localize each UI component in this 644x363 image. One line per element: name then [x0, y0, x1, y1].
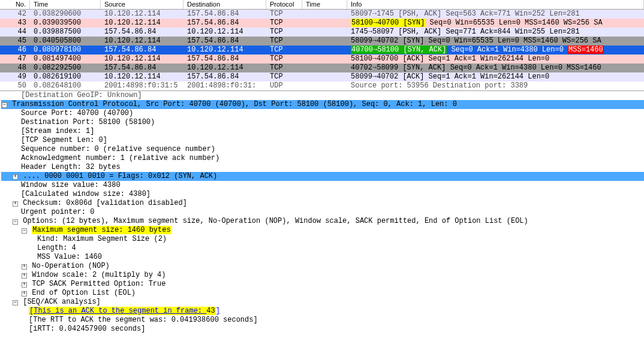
packet-cell: 157.54.86.84 [101, 63, 183, 72]
tree-line[interactable]: [Destination GeoIP: Unknown] [1, 91, 644, 100]
tree-seglen[interactable]: [TCP Segment Len: 0] [1, 136, 644, 145]
packet-cell: 2001:4898:f0:31: [183, 81, 266, 90]
expand-icon[interactable]: + [22, 273, 27, 279]
collapse-icon[interactable]: − [2, 102, 7, 108]
packet-row[interactable]: 420.03829060010.120.12.114157.54.86.84TC… [0, 10, 644, 19]
tree-mss-len[interactable]: Length: 4 [1, 244, 644, 253]
tree-mss-kind[interactable]: Kind: Maximum Segment Size (2) [1, 235, 644, 244]
expand-icon[interactable]: + [13, 174, 18, 180]
packet-cell: 10.120.12.114 [101, 37, 183, 46]
col-header-protocol[interactable]: Protocol [266, 0, 302, 9]
packet-cell: 0.080978100 [30, 46, 101, 55]
tree-dstport[interactable]: Destination Port: 58100 (58100) [1, 118, 644, 127]
packet-cell: 0.082619100 [30, 72, 101, 81]
tree-hdrlen[interactable]: Header Length: 32 bytes [1, 163, 644, 172]
packet-row[interactable]: 490.08261910010.120.12.114157.54.86.84TC… [0, 72, 644, 81]
tree-rtt[interactable]: [The RTT to ACK the segment was: 0.04193… [1, 316, 644, 325]
packet-info: Source port: 53956 Destination port: 338… [347, 81, 644, 90]
expand-icon[interactable]: + [22, 282, 27, 288]
packet-cell [302, 63, 347, 72]
packet-cell [302, 55, 347, 63]
expand-icon[interactable]: + [22, 291, 27, 297]
packet-cell: 157.54.86.84 [101, 28, 183, 37]
packet-cell: 0.082292500 [30, 63, 101, 72]
tree-ackframe[interactable]: [This is an ACK to the segment in frame:… [1, 307, 644, 316]
packet-cell [302, 46, 347, 55]
packet-cell: 0.039039500 [30, 19, 101, 28]
packet-cell: 10.120.12.114 [101, 10, 183, 19]
packet-cell [302, 10, 347, 19]
packet-row[interactable]: 460.080978100157.54.86.8410.120.12.114TC… [0, 46, 644, 55]
expand-icon[interactable]: + [22, 264, 27, 270]
packet-row[interactable]: 450.04050580010.120.12.114157.54.86.84TC… [0, 37, 644, 46]
col-header-time[interactable]: Time [30, 0, 101, 9]
expand-icon[interactable]: + [13, 201, 18, 207]
packet-cell: 48 [0, 63, 30, 72]
collapse-icon[interactable]: − [13, 300, 18, 305]
packet-cell: 0.081497400 [30, 55, 101, 63]
tree-winsize[interactable]: Window size value: 4380 [1, 181, 644, 190]
col-header-info[interactable]: Info [347, 0, 644, 9]
packet-detail-pane: [Destination GeoIP: Unknown] − Transmiss… [0, 91, 644, 355]
packet-cell: 0.038290600 [30, 10, 101, 19]
packet-cell: 49 [0, 72, 30, 81]
packet-cell: 50 [0, 81, 30, 90]
packet-cell: TCP [266, 72, 302, 81]
packet-cell: 43 [0, 19, 30, 28]
col-header-no[interactable]: No. [0, 0, 30, 9]
col-header-time2[interactable]: Time [302, 0, 347, 9]
tree-calcwin[interactable]: [Calculated window size: 4380] [1, 190, 644, 199]
packet-cell: 2001:4898:f0:31:5 [101, 81, 183, 90]
packet-cell: 10.120.12.114 [101, 55, 183, 63]
packet-rows: 420.03829060010.120.12.114157.54.86.84TC… [0, 10, 644, 90]
packet-row[interactable]: 470.08149740010.120.12.114157.54.86.84TC… [0, 55, 644, 63]
packet-info: 58099→40702 [ACK] Seq=1 Ack=1 Win=262144… [347, 72, 644, 81]
packet-cell: 157.54.86.84 [183, 55, 266, 63]
packet-cell: 10.120.12.114 [183, 63, 266, 72]
tree-nop[interactable]: + No-Operation (NOP) [1, 262, 644, 271]
packet-info: 58100→40700 [ACK] Seq=1 Ack=1 Win=262144… [347, 55, 644, 63]
tree-urgent[interactable]: Urgent pointer: 0 [1, 208, 644, 217]
packet-cell: 10.120.12.114 [101, 19, 183, 28]
packet-cell: TCP [266, 55, 302, 63]
packet-cell: 44 [0, 28, 30, 37]
packet-row[interactable]: 430.03903950010.120.12.114157.54.86.84TC… [0, 19, 644, 28]
tree-mss[interactable]: − Maximum segment size: 1460 bytes [1, 226, 644, 235]
packet-row[interactable]: 500.0826481002001:4898:f0:31:52001:4898:… [0, 81, 644, 90]
tree-checksum[interactable]: + Checksum: 0x806d [validation disabled] [1, 199, 644, 208]
packet-row[interactable]: 440.039887500157.54.86.8410.120.12.114TC… [0, 28, 644, 37]
collapse-icon[interactable]: − [22, 228, 27, 234]
packet-cell: 157.54.86.84 [183, 72, 266, 81]
packet-cell: UDP [266, 81, 302, 90]
packet-cell: TCP [266, 10, 302, 19]
packet-info: 58099→40702 [SYN] Seq=0 Win=65535 Len=0 … [347, 37, 644, 46]
tree-ws[interactable]: + Window scale: 2 (multiply by 4) [1, 271, 644, 280]
packet-cell: TCP [266, 63, 302, 72]
packet-cell: TCP [266, 19, 302, 28]
packet-cell: 157.54.86.84 [101, 46, 183, 55]
tree-acknum[interactable]: Acknowledgment number: 1 (relative ack n… [1, 154, 644, 163]
packet-cell: 42 [0, 10, 30, 19]
packet-cell: 46 [0, 46, 30, 55]
tree-seqnum[interactable]: Sequence number: 0 (relative sequence nu… [1, 145, 644, 154]
packet-row[interactable]: 480.082292500157.54.86.8410.120.12.114TC… [0, 63, 644, 72]
collapse-icon[interactable]: − [13, 219, 18, 225]
tree-tcp-header[interactable]: − Transmission Control Protocol, Src Por… [1, 100, 644, 109]
packet-cell: 157.54.86.84 [183, 10, 266, 19]
tree-eol[interactable]: + End of Option List (EOL) [1, 289, 644, 298]
tree-flags[interactable]: + .... 0000 0001 0010 = Flags: 0x012 (SY… [1, 172, 644, 181]
tree-mss-val[interactable]: MSS Value: 1460 [1, 253, 644, 262]
tree-seqack[interactable]: − [SEQ/ACK analysis] [1, 298, 644, 307]
packet-cell: TCP [266, 46, 302, 55]
col-header-destination[interactable]: Destination [183, 0, 266, 9]
packet-cell: 0.039887500 [30, 28, 101, 37]
tree-options[interactable]: − Options: (12 bytes), Maximum segment s… [1, 217, 644, 226]
packet-cell: 157.54.86.84 [183, 19, 266, 28]
tree-stream[interactable]: [Stream index: 1] [1, 127, 644, 136]
tree-srcport[interactable]: Source Port: 40700 (40700) [1, 109, 644, 118]
packet-cell: 0.082648100 [30, 81, 101, 90]
packet-info: 58100→40700 [SYN] Seq=0 Win=65535 Len=0 … [347, 19, 644, 28]
tree-sack[interactable]: + TCP SACK Permitted Option: True [1, 280, 644, 289]
col-header-source[interactable]: Source [101, 0, 183, 9]
tree-irtt[interactable]: [iRTT: 0.042457900 seconds] [1, 325, 644, 334]
